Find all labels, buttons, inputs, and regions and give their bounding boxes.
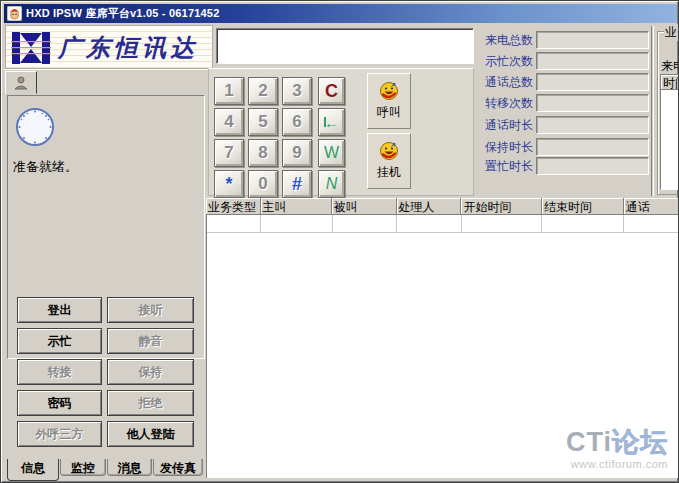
col-talk[interactable]: 通话 xyxy=(624,198,679,215)
app-window: HXD IPSW 座席平台v1.05 - 06171452 广东恒讯达 来电总数… xyxy=(0,0,679,483)
keypad-key-5[interactable]: 5 xyxy=(248,108,278,136)
stat-row: 示忙次数 xyxy=(461,52,679,70)
transfer-button[interactable]: 转接 xyxy=(17,359,102,385)
stat-value-busy-count xyxy=(536,52,649,70)
answer-button[interactable]: 接听 xyxy=(107,297,194,323)
keypad-key-n[interactable]: N xyxy=(318,170,345,198)
stat-label-incoming-total: 来电总数 xyxy=(461,32,533,49)
hangup-button-label: 挂机 xyxy=(377,164,401,181)
stat-label-busy-count: 示忙次数 xyxy=(461,53,533,70)
keypad-key-hash[interactable]: # xyxy=(282,170,312,198)
window-title: HXD IPSW 座席平台v1.05 - 06171452 xyxy=(26,6,220,21)
reject-button[interactable]: 拒绝 xyxy=(107,390,194,416)
mute-button[interactable]: 静音 xyxy=(107,328,194,354)
stat-row: 通话时长 xyxy=(461,116,679,134)
keypad-key-6[interactable]: 6 xyxy=(282,108,312,136)
keypad-panel: 1 2 3 C 4 5 6 ← 7 8 9 W * 0 # N xyxy=(208,68,474,196)
agent-person-icon xyxy=(13,75,29,91)
agent-panel: 准备就绪。 登出 接听 示忙 静音 转接 保持 密码 拒绝 外呼三方 他人登陆 … xyxy=(4,69,208,481)
incoming-call-list[interactable]: 时间 xyxy=(660,74,679,190)
outbound-threeway-button[interactable]: 外呼三方 xyxy=(17,421,102,447)
tab-info[interactable]: 信息 xyxy=(7,459,59,481)
keypad-key-2[interactable]: 2 xyxy=(248,77,278,105)
stat-value-talk-duration xyxy=(536,116,649,134)
stat-value-incoming-total xyxy=(536,31,649,49)
keypad-key-backspace[interactable]: ← xyxy=(318,108,345,136)
keypad-key-star[interactable]: * xyxy=(214,170,244,198)
brand-logo-panel: 广东恒讯达 xyxy=(5,25,213,69)
panel-divider xyxy=(651,26,654,196)
stat-row: 保持时长 xyxy=(461,138,679,156)
brand-logo-icon xyxy=(11,30,51,66)
keypad-key-1[interactable]: 1 xyxy=(214,77,244,105)
col-callee[interactable]: 被叫 xyxy=(332,198,397,215)
agent-mini-tab[interactable] xyxy=(5,71,37,94)
business-group-label: 业务 xyxy=(664,24,679,41)
show-busy-button[interactable]: 示忙 xyxy=(17,328,102,354)
stat-row: 置忙时长 xyxy=(461,157,679,175)
col-end-time[interactable]: 结束时间 xyxy=(542,198,624,215)
call-record-list[interactable]: CTi论坛 www.ctiforum.com xyxy=(206,215,679,478)
stat-value-call-total xyxy=(536,73,649,91)
password-button[interactable]: 密码 xyxy=(17,390,102,416)
watermark-cti: CTi xyxy=(566,427,612,457)
hangup-smiley-icon xyxy=(379,141,399,161)
keypad-key-0[interactable]: 0 xyxy=(248,170,278,198)
hold-button[interactable]: 保持 xyxy=(107,359,194,385)
table-header-row: 业务类型 主叫 被叫 处理人 开始时间 结束时间 通话 xyxy=(206,198,679,215)
keypad-key-9[interactable]: 9 xyxy=(282,139,312,167)
keypad-key-8[interactable]: 8 xyxy=(248,139,278,167)
app-icon xyxy=(7,6,22,21)
brand-name: 广东恒讯达 xyxy=(58,32,198,64)
col-start-time[interactable]: 开始时间 xyxy=(461,198,542,215)
stat-row: 来电总数 xyxy=(461,31,679,49)
keypad-key-clear[interactable]: C xyxy=(318,77,345,105)
stat-value-transfer-count xyxy=(536,94,649,112)
tab-monitor[interactable]: 监控 xyxy=(60,459,106,476)
logout-button[interactable]: 登出 xyxy=(17,297,102,323)
col-caller[interactable]: 主叫 xyxy=(261,198,332,215)
tab-fax[interactable]: 发传真 xyxy=(153,459,203,476)
stat-row: 通话总数 xyxy=(461,73,679,91)
tab-message[interactable]: 消息 xyxy=(107,459,152,476)
keypad-key-w[interactable]: W xyxy=(318,139,345,167)
call-smiley-icon xyxy=(379,81,399,101)
other-login-button[interactable]: 他人登陆 xyxy=(107,421,194,447)
title-bar[interactable]: HXD IPSW 座席平台v1.05 - 06171452 xyxy=(4,4,677,23)
hangup-button[interactable]: 挂机 xyxy=(367,133,411,189)
keypad-key-7[interactable]: 7 xyxy=(214,139,244,167)
stat-row: 转移次数 xyxy=(461,94,679,112)
watermark: CTi论坛 www.ctiforum.com xyxy=(566,429,668,470)
keypad-key-4[interactable]: 4 xyxy=(214,108,244,136)
col-handler[interactable]: 处理人 xyxy=(397,198,462,215)
stat-value-hold-duration xyxy=(536,138,649,156)
dial-number-input[interactable] xyxy=(216,28,474,64)
watermark-forum: 论坛 xyxy=(612,427,668,457)
call-button-label: 呼叫 xyxy=(377,104,401,121)
incoming-call-label: 来电 xyxy=(661,58,679,75)
status-message: 准备就绪。 xyxy=(13,158,78,176)
call-record-table: 业务类型 主叫 被叫 处理人 开始时间 结束时间 通话 CTi论坛 xyxy=(206,198,679,478)
business-group: 业务 来电 时间 xyxy=(657,31,679,195)
col-business-type[interactable]: 业务类型 xyxy=(206,198,261,215)
stat-value-set-busy-duration xyxy=(536,157,649,175)
keypad-key-3[interactable]: 3 xyxy=(282,77,312,105)
watermark-url: www.ctiforum.com xyxy=(566,459,668,470)
call-button[interactable]: 呼叫 xyxy=(367,73,411,129)
clock-icon xyxy=(14,106,56,148)
time-column-header: 时间 xyxy=(661,75,679,90)
empty-table-row xyxy=(207,215,679,233)
